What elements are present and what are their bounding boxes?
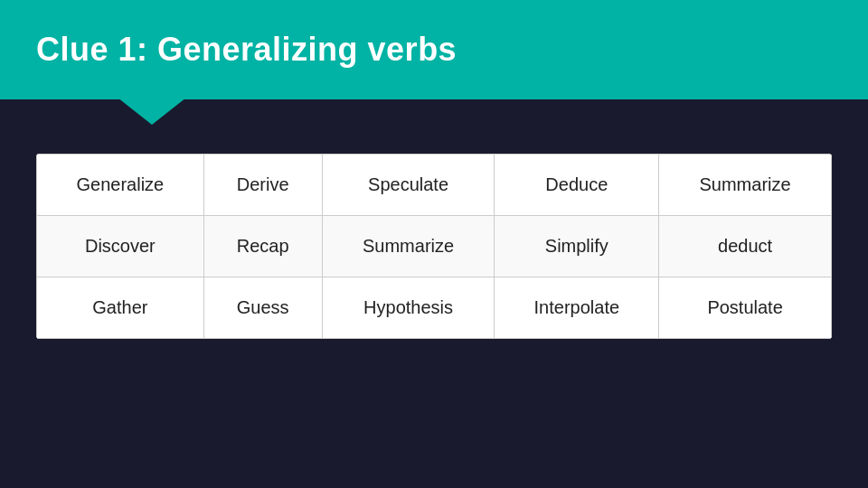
table-cell: Gather	[37, 277, 204, 339]
table-cell: Summarize	[322, 216, 495, 277]
table-cell: deduct	[659, 216, 832, 277]
table-row: DiscoverRecapSummarizeSimplifydeduct	[37, 216, 832, 277]
table-cell: Speculate	[322, 155, 495, 216]
page-title: Clue 1: Generalizing verbs	[36, 31, 457, 69]
table-cell: Simplify	[495, 216, 659, 277]
table-row: GatherGuessHypothesisInterpolatePostulat…	[37, 277, 832, 339]
main-content: GeneralizeDeriveSpeculateDeduceSummarize…	[0, 99, 868, 375]
verbs-table: GeneralizeDeriveSpeculateDeduceSummarize…	[36, 154, 832, 339]
table-cell: Guess	[203, 277, 322, 339]
table-cell: Summarize	[659, 155, 832, 216]
table-cell: Generalize	[37, 155, 204, 216]
table-cell: Deduce	[495, 155, 659, 216]
table-cell: Derive	[203, 155, 322, 216]
table-cell: Discover	[37, 216, 204, 277]
table-cell: Postulate	[659, 277, 832, 339]
header-banner: Clue 1: Generalizing verbs	[0, 0, 868, 99]
table-cell: Interpolate	[495, 277, 659, 339]
table-cell: Recap	[203, 216, 322, 277]
table-cell: Hypothesis	[322, 277, 495, 339]
table-row: GeneralizeDeriveSpeculateDeduceSummarize	[37, 155, 832, 216]
